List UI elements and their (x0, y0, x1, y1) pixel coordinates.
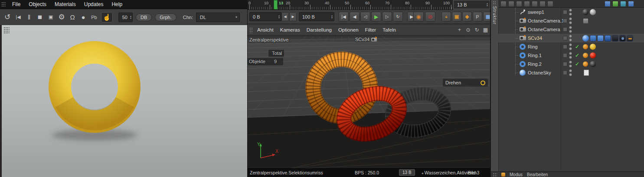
render-view[interactable] (0, 25, 247, 177)
phong-tag-icon[interactable] (583, 61, 588, 67)
settings-gear-icon[interactable]: ⚙ (58, 13, 65, 22)
visibility-toggles[interactable] (569, 43, 572, 50)
enabled-check-icon[interactable]: ✓ (575, 61, 579, 67)
loop-button[interactable]: ↻ (393, 12, 403, 22)
object-row-sweep1[interactable]: sweep1 (498, 8, 644, 16)
layer-chip[interactable] (563, 62, 567, 66)
enabled-check-icon[interactable]: ✓ (575, 52, 579, 58)
object-row-ring2[interactable]: Ring.2 ✓ (498, 60, 644, 68)
layer-chip[interactable] (563, 45, 567, 49)
visibility-toggles[interactable] (569, 69, 572, 76)
object-row-octanecamera[interactable]: OctaneCamera (498, 25, 644, 34)
struktur-tab[interactable]: Struktur (491, 0, 499, 177)
skip-start-icon[interactable]: |◀ (14, 13, 22, 22)
menu-materials[interactable]: Materials (55, 1, 76, 7)
octane-tag-icon[interactable] (605, 35, 611, 42)
render-sphere-icon[interactable]: ● (79, 13, 87, 22)
menu-updates[interactable]: Updates (84, 1, 104, 7)
menu-file[interactable]: File (12, 1, 20, 7)
step-forward-button[interactable]: ▷ (382, 12, 392, 22)
phong-tag-icon[interactable] (583, 44, 588, 49)
pan-view-icon[interactable]: + (456, 26, 463, 33)
stepper-down-icon[interactable]: ▾ (278, 17, 280, 19)
magnet-icon[interactable]: Ω (69, 13, 76, 22)
display-tag-icon[interactable] (582, 9, 588, 15)
visibility-toggles[interactable] (569, 35, 572, 42)
viewport-canvas[interactable]: Zentralperspektive SCv34 Total Objekte 9… (248, 35, 490, 177)
attribute-mode-icon[interactable] (501, 173, 505, 177)
record-lock-button[interactable]: ⊘ (425, 12, 435, 22)
channel-dropdown[interactable]: DL ▾ (196, 13, 240, 22)
restart-render-icon[interactable]: ↺ (3, 13, 11, 22)
om-toolbar-icon-7[interactable] (547, 1, 553, 7)
visibility-toggles[interactable] (569, 26, 572, 33)
octane-globe-tag-icon[interactable] (582, 35, 589, 42)
layer-chip[interactable] (563, 10, 567, 14)
visibility-toggles[interactable] (569, 61, 572, 68)
menu-tafeln[interactable]: Tafeln (382, 27, 396, 32)
menu-ansicht[interactable]: Ansicht (257, 27, 274, 32)
om-toolbar-icon-10[interactable] (620, 1, 626, 7)
menu-filter[interactable]: Filter (365, 27, 376, 32)
record-region-button[interactable]: ◉ (413, 12, 424, 22)
rotate-view-icon[interactable]: ↻ (474, 26, 480, 33)
attribute-grip-handle[interactable] (493, 173, 497, 177)
viewport-grip-handle[interactable] (249, 27, 253, 33)
stepper-down-icon[interactable]: ▾ (331, 17, 333, 19)
object-row-ring1[interactable]: Ring.1 ✓ (498, 51, 644, 60)
graph-button[interactable]: Grph. (155, 13, 177, 21)
db-button[interactable]: DB (136, 13, 152, 21)
key-rotation-button[interactable]: ◆ (462, 12, 472, 22)
visibility-toggles[interactable] (569, 9, 572, 16)
environment-tag-icon[interactable] (583, 69, 590, 76)
octane-tag-icon[interactable] (597, 35, 604, 42)
object-row-ring[interactable]: Ring ✓ (498, 42, 644, 51)
material-thumbnail[interactable] (590, 61, 596, 67)
play-reverse-button[interactable]: ◀ (350, 12, 360, 22)
goto-start-button[interactable]: |◀ (339, 12, 349, 22)
material-thumbnail[interactable] (590, 52, 596, 58)
layer-chip[interactable] (563, 71, 567, 75)
object-row-octanecamera1[interactable]: OctaneCamera.1 (498, 16, 644, 25)
focus-picker-hand-icon[interactable]: ☝ (101, 12, 113, 23)
zoom-view-icon[interactable]: ⊙ (465, 26, 471, 33)
toggle-views-icon[interactable]: ▦ (482, 26, 489, 33)
menu-objects[interactable]: Objects (29, 1, 46, 7)
material-thumbnail[interactable] (590, 44, 596, 50)
range-end-field[interactable]: 100 B ▴ ▾ (299, 12, 334, 21)
timeline-ruler[interactable]: 0 10 13 20 30 40 50 60 70 80 90 100 (248, 0, 453, 10)
om-toolbar-icon-3[interactable] (516, 1, 522, 7)
samples-stepper[interactable]: ▴ ▾ (130, 15, 131, 19)
om-toolbar-icon-4[interactable] (524, 1, 530, 7)
menu-optionen[interactable]: Optionen (338, 27, 359, 32)
om-toolbar-icon-8[interactable] (605, 1, 611, 7)
nudge-left-button[interactable]: ◀ (281, 12, 289, 21)
pause-render-icon[interactable]: ‖ (25, 13, 33, 22)
layer-chip[interactable] (563, 19, 567, 23)
samples-field[interactable]: 50 ▴ ▾ (118, 13, 133, 22)
visibility-toggles[interactable] (569, 17, 572, 24)
stop-render-icon[interactable]: ■ (36, 13, 44, 22)
frame-stepper[interactable]: ▴ ▾ (487, 3, 488, 7)
menu-kameras[interactable]: Kameras (280, 27, 300, 32)
panel-grip-handle[interactable] (1, 2, 6, 7)
scene-camera-chip[interactable]: SCv34 (355, 37, 377, 42)
attribute-edit-label[interactable]: Bearbeiten (527, 172, 548, 177)
nudge-right-button[interactable]: ▶ (289, 12, 297, 21)
play-button[interactable]: ▶ (371, 12, 381, 22)
key-position-button[interactable]: + (441, 12, 451, 22)
layer-chip[interactable] (563, 36, 567, 40)
octane-tag-icon[interactable] (590, 35, 596, 42)
menu-darstellung[interactable]: Darstellung (307, 27, 332, 32)
stepper-down-icon[interactable]: ▾ (130, 17, 131, 19)
range-end-stepper[interactable]: ▴ ▾ (331, 15, 333, 19)
pb-mode-icon[interactable]: Pb (90, 13, 98, 22)
om-toolbar-icon-1[interactable] (500, 1, 507, 7)
range-start-field[interactable]: 0 B ▴ ▾ (249, 12, 281, 21)
render-view-grip[interactable] (3, 27, 10, 34)
om-toolbar-icon-2[interactable] (508, 1, 514, 7)
material-thumbnail[interactable] (590, 9, 596, 15)
current-frame-field[interactable]: 13 B ▴ ▾ (453, 0, 490, 9)
octane-imager-tag-icon[interactable] (627, 35, 633, 42)
compositing-tag-icon[interactable] (612, 35, 618, 42)
